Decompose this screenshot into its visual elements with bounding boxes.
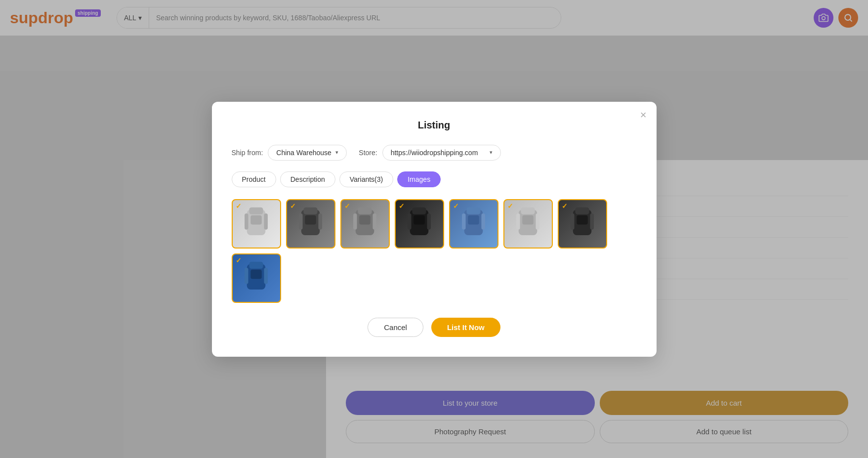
svg-rect-6 — [245, 213, 248, 230]
ship-from-select[interactable]: China Warehouse ▾ — [268, 145, 347, 161]
svg-rect-26 — [462, 213, 466, 230]
image-thumb-5[interactable]: ✓ — [449, 199, 498, 249]
svg-rect-34 — [575, 208, 589, 214]
ship-from-label: Ship from: — [232, 149, 263, 157]
backpack-svg-6 — [509, 205, 546, 242]
svg-rect-10 — [305, 215, 316, 225]
svg-rect-32 — [536, 213, 539, 230]
svg-rect-35 — [577, 215, 588, 225]
svg-rect-11 — [299, 213, 303, 230]
check-icon-8: ✓ — [236, 256, 242, 264]
list-it-now-button[interactable]: List It Now — [431, 318, 500, 337]
modal-actions: Cancel List It Now — [232, 318, 637, 337]
svg-rect-42 — [264, 268, 268, 284]
svg-rect-22 — [427, 213, 431, 230]
image-thumb-6[interactable]: ✓ — [503, 199, 553, 249]
svg-rect-24 — [466, 208, 480, 214]
tab-description-label: Description — [290, 175, 325, 183]
svg-rect-30 — [522, 215, 534, 225]
svg-rect-39 — [249, 262, 263, 269]
ship-from-value: China Warehouse — [276, 149, 331, 157]
image-thumb-8[interactable]: ✓ — [232, 253, 281, 303]
tab-variants[interactable]: Variants(3) — [339, 171, 393, 187]
check-icon-6: ✓ — [507, 202, 513, 210]
modal-overlay: × Listing Ship from: China Warehouse ▾ S… — [0, 0, 868, 458]
check-icon-5: ✓ — [453, 202, 459, 210]
image-thumb-2[interactable]: ✓ — [286, 199, 335, 249]
tab-variants-label: Variants(3) — [350, 175, 383, 183]
image-thumb-1[interactable]: ✓ — [232, 199, 281, 249]
check-icon-2: ✓ — [290, 202, 296, 210]
modal-tabs: Product Description Variants(3) Images — [232, 171, 637, 187]
modal-fields: Ship from: China Warehouse ▾ Store: http… — [232, 145, 637, 161]
svg-rect-15 — [359, 215, 371, 225]
backpack-svg-8 — [238, 259, 275, 296]
store-label: Store: — [359, 149, 377, 157]
svg-rect-12 — [318, 213, 322, 230]
svg-rect-5 — [250, 215, 262, 225]
store-select[interactable]: https://wiiodropshipping.com ▾ — [382, 145, 501, 161]
svg-rect-20 — [413, 215, 425, 225]
svg-rect-37 — [590, 213, 594, 230]
svg-rect-14 — [358, 208, 372, 214]
tab-description[interactable]: Description — [280, 171, 335, 187]
tab-product[interactable]: Product — [232, 171, 276, 187]
chevron-down-icon: ▾ — [335, 149, 338, 156]
backpack-svg-5 — [455, 205, 492, 242]
tab-images[interactable]: Images — [397, 171, 441, 187]
image-thumb-7[interactable]: ✓ — [558, 199, 607, 249]
svg-rect-29 — [521, 208, 535, 214]
check-icon-3: ✓ — [344, 202, 350, 210]
svg-rect-40 — [250, 270, 262, 279]
svg-rect-17 — [372, 213, 376, 230]
check-icon-7: ✓ — [562, 202, 568, 210]
images-grid: ✓ ✓ ✓ — [232, 199, 637, 303]
svg-rect-16 — [353, 213, 357, 230]
backpack-svg-3 — [346, 205, 383, 242]
check-icon-1: ✓ — [236, 202, 242, 210]
modal-close-button[interactable]: × — [640, 110, 647, 121]
modal-title: Listing — [232, 120, 637, 131]
tab-images-label: Images — [408, 175, 430, 183]
tab-product-label: Product — [242, 175, 266, 183]
backpack-svg-7 — [564, 205, 601, 242]
store-value: https://wiiodropshipping.com — [391, 149, 478, 157]
backpack-svg-2 — [292, 205, 329, 242]
svg-rect-41 — [245, 268, 248, 284]
svg-rect-21 — [408, 213, 412, 230]
listing-modal: × Listing Ship from: China Warehouse ▾ S… — [212, 102, 657, 357]
store-group: Store: https://wiiodropshipping.com ▾ — [359, 145, 500, 161]
backpack-svg-4 — [401, 205, 438, 242]
svg-rect-36 — [571, 213, 575, 230]
chevron-down-icon: ▾ — [490, 149, 493, 156]
image-thumb-3[interactable]: ✓ — [340, 199, 390, 249]
svg-rect-27 — [481, 213, 485, 230]
svg-rect-7 — [264, 213, 268, 230]
svg-rect-19 — [412, 208, 426, 214]
cancel-button[interactable]: Cancel — [368, 318, 423, 337]
svg-rect-4 — [249, 208, 263, 214]
svg-rect-31 — [516, 213, 520, 230]
svg-rect-25 — [468, 215, 479, 225]
svg-rect-9 — [303, 208, 317, 214]
backpack-svg-1 — [238, 205, 275, 242]
image-thumb-4[interactable]: ✓ — [395, 199, 444, 249]
check-icon-4: ✓ — [399, 202, 405, 210]
ship-from-group: Ship from: China Warehouse ▾ — [232, 145, 347, 161]
